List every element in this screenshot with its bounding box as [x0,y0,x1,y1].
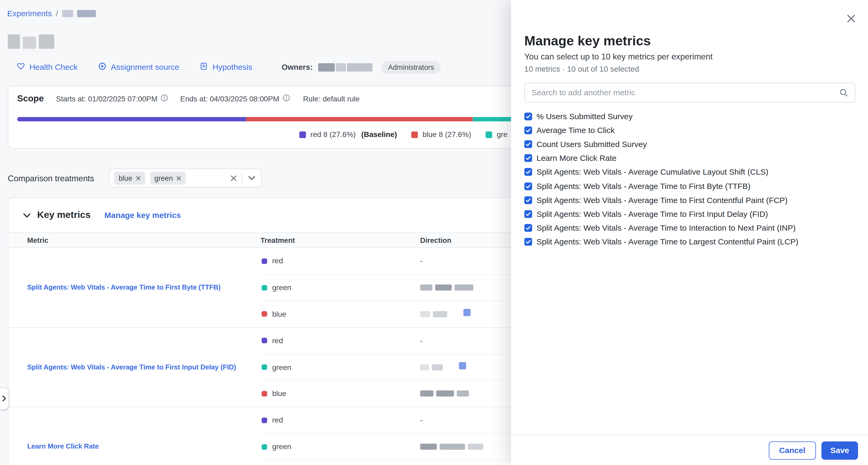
column-header-treatment: Treatment [260,236,420,244]
checkbox-checked[interactable] [524,112,532,120]
metric-link[interactable]: Split Agents: Web Vitals - Average Time … [8,327,260,407]
comparison-treatments-label: Comparison treatments [8,173,108,183]
scope-starts: Starts at: 01/02/2025 07:00PM [56,94,168,103]
column-header-metric: Metric [8,236,260,244]
metric-label: Average Time to Click [537,126,615,135]
legend-swatch-green [486,131,492,138]
checkbox-checked[interactable] [524,210,532,218]
select-divider [242,173,242,184]
treatment-name: green [272,443,291,451]
legend-item-blue: blue 8 (27.6%) [411,130,471,139]
metric-label: % Users Submitted Survey [537,112,633,120]
metric-label: Split Agents: Web Vitals - Average Time … [537,196,787,204]
owners-label: Owners: [282,63,313,71]
cancel-button[interactable]: Cancel [769,441,816,459]
baseline-tag: (Baseline) [361,130,397,139]
treatment-name: green [272,284,291,292]
breadcrumb-experiments-link[interactable]: Experiments [7,9,52,18]
assignment-source-link[interactable]: Assignment source [98,62,179,72]
metric-label: Split Agents: Web Vitals - Average Time … [537,210,768,219]
metric-label: Split Agents: Web Vitals - Average Time … [537,181,751,190]
metric-label: Split Agents: Web Vitals - Average Time … [537,237,799,246]
redacted-marker [463,309,471,316]
metric-list-item: Split Agents: Web Vitals - Average Time … [524,221,855,235]
health-check-link[interactable]: Health Check [17,62,78,72]
search-icon [839,88,848,97]
metric-search-box [524,83,855,103]
checkbox-checked[interactable] [524,126,532,134]
sidebar-expand-tab[interactable] [0,388,8,409]
scope-title: Scope [17,94,44,104]
health-check-label: Health Check [29,63,78,71]
owner-name-redacted [318,63,373,71]
hypothesis-label: Hypothesis [213,63,252,71]
metric-link[interactable]: Learn More Click Rate [8,407,260,465]
metric-link[interactable]: Split Agents: Web Vitals - Average Time … [8,248,260,327]
treatment-dot-green [261,444,267,449]
metric-label: Split Agents: Web Vitals - Average Cumul… [537,168,769,176]
breadcrumb-redacted-block [62,10,73,17]
panel-subtitle: You can select up to 10 key metrics per … [524,52,713,61]
treatment-dot-red [261,258,267,264]
info-icon[interactable] [161,94,168,103]
info-icon[interactable] [282,94,290,103]
metric-list-item: Split Agents: Web Vitals - Average Time … [524,235,855,249]
checkbox-checked[interactable] [524,224,532,232]
experiment-title-redacted [8,34,54,49]
key-metrics-title: Key metrics [37,210,90,221]
hypothesis-link[interactable]: Hypothesis [200,62,252,72]
metric-list-item: Split Agents: Web Vitals - Average Cumul… [524,165,855,179]
metric-list-item: Split Agents: Web Vitals - Average Time … [524,179,855,193]
metric-list-item: % Users Submitted Survey [524,109,855,123]
legend-item-green: gre [486,130,508,139]
manage-key-metrics-link[interactable]: Manage key metrics [104,211,181,220]
screen: Experiments / Health Check Assignment so… [0,0,868,465]
treatment-chip-blue[interactable]: blue [114,172,145,184]
scope-ends: Ends at: 04/03/2025 08:00PM [180,94,290,103]
treatment-dot-green [261,285,267,290]
clear-selection-icon[interactable] [230,175,237,181]
collapse-chevron-icon[interactable] [23,212,31,217]
treatment-chip-green[interactable]: green [150,172,185,184]
heart-icon [17,62,25,72]
allocation-legend: red 8 (27.6%) (Baseline) blue 8 (27.6%) … [299,130,507,139]
treatment-name: green [272,363,291,371]
checkbox-checked[interactable] [524,168,532,176]
assignment-source-label: Assignment source [111,63,179,71]
comparison-treatments-row: Comparison treatments blue green [8,169,261,187]
metric-list-item: Split Agents: Web Vitals - Average Time … [524,193,855,207]
checkbox-checked[interactable] [524,140,532,148]
close-icon[interactable] [846,13,856,23]
treatment-name: red [272,257,283,265]
metric-list-item: Count Users Submitted Survey [524,137,855,151]
checkbox-checked[interactable] [524,154,532,162]
metric-list-item: Average Time to Click [524,123,855,137]
treatment-name: red [272,337,283,345]
checkbox-checked[interactable] [524,182,532,190]
legend-swatch-blue [411,131,418,138]
scope-rule: Rule: default rule [303,94,360,103]
redacted-marker [459,362,466,370]
breadcrumb: Experiments / [7,9,96,18]
save-button[interactable]: Save [822,441,858,459]
panel-footer: Cancel Save [511,435,868,465]
chevron-right-icon [2,394,6,404]
manage-key-metrics-panel: Manage key metrics You can select up to … [511,0,868,465]
metric-checkbox-list: % Users Submitted Survey Average Time to… [524,109,855,249]
remove-chip-icon[interactable] [176,175,181,180]
chevron-down-icon[interactable] [247,175,256,181]
treatment-dot-blue [261,311,267,317]
checkbox-checked[interactable] [524,196,532,204]
remove-chip-icon[interactable] [135,175,141,180]
treatment-dot-green [261,365,267,370]
target-icon [98,62,106,72]
metric-list-item: Learn More Click Rate [524,151,855,165]
treatment-name: red [272,416,283,425]
panel-title: Manage key metrics [524,33,651,49]
metric-search-input[interactable] [525,88,839,97]
comparison-treatments-select[interactable]: blue green [109,169,262,187]
checkbox-checked[interactable] [524,238,532,246]
metric-list-item: Split Agents: Web Vitals - Average Time … [524,207,855,221]
administrators-badge: Administrators [381,61,441,74]
breadcrumb-separator: / [56,9,58,18]
